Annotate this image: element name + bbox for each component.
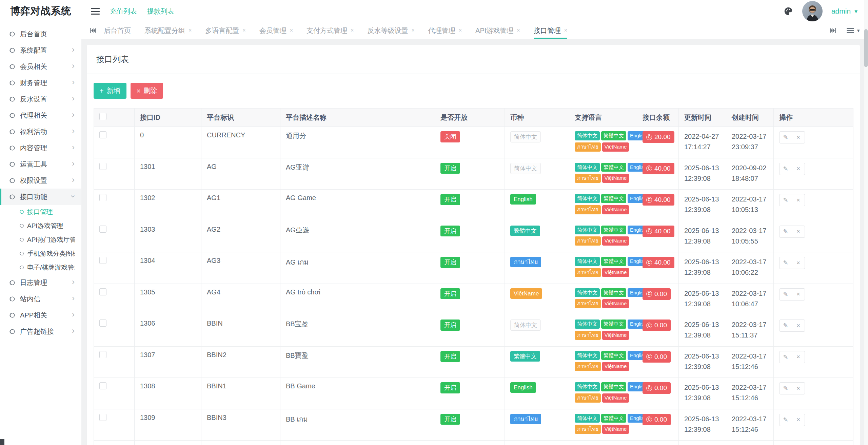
row-checkbox[interactable] xyxy=(99,351,106,358)
ring-icon xyxy=(9,312,15,318)
row-checkbox[interactable] xyxy=(99,257,106,264)
row-checkbox[interactable] xyxy=(99,288,106,295)
sidebar-item[interactable]: 接口管理 › xyxy=(0,205,81,219)
tab-close-icon[interactable]: × xyxy=(564,27,567,34)
tab[interactable]: 反水等级设置 × xyxy=(367,22,414,39)
select-all-checkbox[interactable] xyxy=(99,113,106,120)
tab-close-icon[interactable]: × xyxy=(517,27,520,34)
edit-row-button[interactable]: ✎ xyxy=(779,194,792,206)
delete-row-button[interactable]: × xyxy=(792,194,805,206)
tab[interactable]: 会员管理 × xyxy=(259,22,293,39)
edit-row-button[interactable]: ✎ xyxy=(779,163,792,175)
edit-row-button[interactable]: ✎ xyxy=(779,257,792,269)
col-created: 创建时间 xyxy=(726,109,774,127)
edit-row-button[interactable]: ✎ xyxy=(779,131,792,143)
row-checkbox[interactable] xyxy=(99,131,106,138)
delete-button[interactable]: × 删除 xyxy=(131,83,163,99)
tabs-scroll-end-icon[interactable] xyxy=(830,27,837,34)
delete-row-button[interactable]: × xyxy=(792,351,805,363)
sidebar-item[interactable]: 电子/棋牌游戏管理 › xyxy=(0,260,81,274)
balance-badge: C 0.00 xyxy=(643,320,671,331)
tab-close-icon[interactable]: × xyxy=(242,27,245,34)
delete-row-button[interactable]: × xyxy=(792,414,805,426)
edit-row-button[interactable]: ✎ xyxy=(779,226,792,238)
language-badge: ภาษาไทย xyxy=(575,425,601,434)
row-checkbox[interactable] xyxy=(99,163,106,170)
cell-updated: 2025-06-13 12:39:08 xyxy=(679,441,726,445)
delete-row-button[interactable]: × xyxy=(792,226,805,238)
add-button[interactable]: + 新增 xyxy=(94,83,126,99)
tab[interactable]: 接口管理 × xyxy=(534,22,567,39)
ring-icon xyxy=(19,237,24,242)
tab[interactable]: 系统配置分组 × xyxy=(144,22,192,39)
sidebar-item[interactable]: 福利活动 › xyxy=(0,123,81,140)
delete-row-button[interactable]: × xyxy=(792,257,805,269)
sidebar-item[interactable]: 站内信 › xyxy=(0,291,81,307)
tab[interactable]: 代理管理 × xyxy=(428,22,462,39)
status-badge: 开启 xyxy=(440,163,460,174)
edit-row-button[interactable]: ✎ xyxy=(779,382,792,394)
edit-row-button[interactable]: ✎ xyxy=(779,288,792,301)
cell-updated: 2025-06-13 12:39:08 xyxy=(679,158,726,190)
cell-interface-id: 1301 xyxy=(135,158,201,190)
tab-close-icon[interactable]: × xyxy=(411,27,414,34)
pencil-icon: ✎ xyxy=(783,228,788,235)
edit-row-button[interactable]: ✎ xyxy=(779,320,792,332)
balance-value: 0.00 xyxy=(654,290,667,298)
col-currency: 币种 xyxy=(505,109,569,127)
sidebar-item[interactable]: 运营工具 › xyxy=(0,156,81,172)
theme-palette-icon[interactable] xyxy=(783,6,793,16)
withdraw-list-link[interactable]: 提款列表 xyxy=(147,7,174,16)
sidebar-item[interactable]: 后台首页 › xyxy=(0,26,81,42)
edit-row-button[interactable]: ✎ xyxy=(779,414,792,426)
status-badge: 开启 xyxy=(440,288,460,299)
sidebar-item[interactable]: 权限设置 › xyxy=(0,172,81,189)
hamburger-menu-icon[interactable] xyxy=(91,8,100,15)
delete-row-button[interactable]: × xyxy=(792,382,805,394)
sidebar-item[interactable]: APP相关 › xyxy=(0,307,81,323)
sidebar-item-label: 日志管理 xyxy=(20,278,72,287)
edit-row-button[interactable]: ✎ xyxy=(779,351,792,363)
balance-value: 0.00 xyxy=(654,416,667,423)
sidebar-item[interactable]: API热门游戏厅管理 › xyxy=(0,233,81,247)
tab-close-icon[interactable]: × xyxy=(189,27,192,34)
tabs-menu-button[interactable]: ▼ xyxy=(847,28,861,33)
sidebar-item[interactable]: API游戏管理 › xyxy=(0,219,81,233)
tab-close-icon[interactable]: × xyxy=(290,27,293,34)
sidebar-item[interactable]: 系统配置 › xyxy=(0,42,81,58)
recharge-list-link[interactable]: 充值列表 xyxy=(110,7,137,16)
row-checkbox[interactable] xyxy=(99,226,106,233)
admin-dropdown[interactable]: admin ▼ xyxy=(831,7,859,15)
page-scrollbar-thumb[interactable] xyxy=(864,29,868,67)
sidebar-item[interactable]: 手机游戏分类图标 › xyxy=(0,247,81,260)
cell-platform-code: AG1 xyxy=(201,190,280,221)
tabs-scroll-start-icon[interactable] xyxy=(89,22,104,39)
sidebar-item[interactable]: 财务管理 › xyxy=(0,75,81,91)
sidebar-item[interactable]: 反水设置 › xyxy=(0,91,81,107)
tab[interactable]: 后台首页 × xyxy=(104,22,131,39)
delete-row-button[interactable]: × xyxy=(792,320,805,332)
balance-badge: C 40.00 xyxy=(643,194,674,206)
sidebar-item[interactable]: 广告超链接 › xyxy=(0,323,81,340)
delete-row-button[interactable]: × xyxy=(792,131,805,143)
sidebar-item[interactable]: 代理相关 › xyxy=(0,107,81,123)
row-checkbox[interactable] xyxy=(99,414,106,421)
tab[interactable]: 支付方式管理 × xyxy=(307,22,354,39)
delete-row-button[interactable]: × xyxy=(792,163,805,175)
user-avatar[interactable] xyxy=(802,1,823,21)
delete-row-button[interactable]: × xyxy=(792,288,805,301)
row-checkbox[interactable] xyxy=(99,194,106,201)
tab-close-icon[interactable]: × xyxy=(459,27,462,34)
cell-updated: 2025-06-13 12:39:08 xyxy=(679,378,726,409)
sidebar-item[interactable]: 接口功能 › xyxy=(0,189,81,205)
tab[interactable]: 多语言配置 × xyxy=(205,22,245,39)
row-checkbox[interactable] xyxy=(99,382,106,389)
row-checkbox[interactable] xyxy=(99,320,106,327)
sidebar-item[interactable]: 会员相关 › xyxy=(0,58,81,75)
tab[interactable]: API游戏管理 × xyxy=(475,22,520,39)
sidebar-item[interactable]: 日志管理 › xyxy=(0,274,81,291)
ring-icon xyxy=(9,96,15,102)
language-badge: ViệtName xyxy=(602,331,629,340)
sidebar-item[interactable]: 内容管理 › xyxy=(0,140,81,156)
tab-close-icon[interactable]: × xyxy=(351,27,354,34)
